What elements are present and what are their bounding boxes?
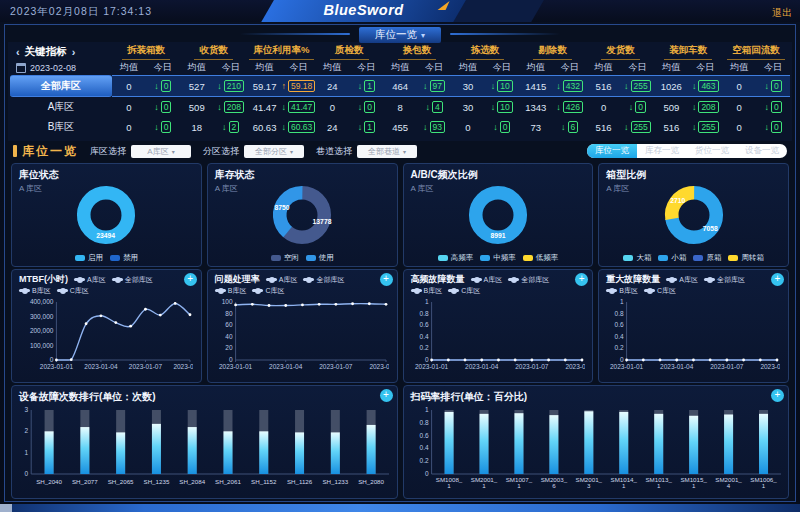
- legend-item[interactable]: 禁用: [110, 253, 138, 263]
- svg-text:0.6: 0.6: [615, 321, 624, 328]
- legend-item[interactable]: C库区: [644, 285, 676, 296]
- legend-swatch: [728, 255, 738, 261]
- legend-marker-icon: [411, 289, 422, 292]
- legend-item[interactable]: C库区: [448, 285, 480, 296]
- legend-item[interactable]: A库区: [471, 274, 503, 285]
- kpi-subheader: 今日: [417, 60, 451, 75]
- svg-text:SH_1152: SH_1152: [251, 478, 277, 485]
- logo-text: BlueSword: [234, 2, 494, 18]
- legend-item[interactable]: 小箱: [658, 253, 686, 263]
- segment-3[interactable]: 设备一览: [737, 144, 787, 158]
- svg-text:0.2: 0.2: [615, 344, 624, 351]
- legend-item[interactable]: B库区: [411, 285, 443, 296]
- segment-0[interactable]: 库位一览: [587, 144, 637, 158]
- kpi-today-value: ↓0: [146, 97, 180, 117]
- arrow-down-icon: ↓: [692, 122, 697, 132]
- chart-legend: 空闲使用: [208, 253, 397, 263]
- line-chart: 00.20.40.60.812023-01-012023-01-042023-0…: [411, 296, 585, 372]
- kpi-today-value: ↓432: [553, 75, 587, 97]
- legend-item[interactable]: 全部库区: [303, 274, 344, 285]
- calendar-icon: [16, 63, 26, 73]
- legend-item[interactable]: 高频率: [438, 253, 474, 263]
- svg-text:60: 60: [225, 321, 233, 328]
- aisle-select[interactable]: 全部巷道▾: [357, 145, 417, 158]
- legend-item[interactable]: 全部库区: [112, 274, 153, 285]
- legend-swatch: [110, 255, 120, 261]
- legend-item[interactable]: C库区: [57, 285, 89, 296]
- legend-swatch: [75, 255, 85, 261]
- legend-item[interactable]: 启用: [75, 253, 103, 263]
- legend-item[interactable]: 全部库区: [704, 274, 745, 285]
- chart-header: 高频故障数量A库区全部库区B库区C库区: [411, 274, 586, 296]
- svg-text:6: 6: [552, 482, 556, 489]
- svg-text:SH_2040: SH_2040: [36, 478, 62, 485]
- prev-arrow-icon[interactable]: ‹: [16, 46, 20, 58]
- next-arrow-icon[interactable]: ›: [72, 46, 76, 58]
- expand-icon[interactable]: +: [184, 273, 197, 286]
- legend-item[interactable]: A库区: [266, 274, 298, 285]
- segment-2[interactable]: 货位一览: [687, 144, 737, 158]
- aisle-select-value: 全部巷道: [368, 146, 400, 157]
- legend-item[interactable]: 周转箱: [728, 253, 764, 263]
- kpi-today-value: ↓1: [349, 75, 383, 97]
- legend-item[interactable]: 低频率: [523, 253, 559, 263]
- warehouse-select-label: 库区选择: [90, 145, 126, 158]
- kpi-today-value: ↓0: [485, 117, 519, 137]
- logout-link[interactable]: 退出: [772, 6, 792, 20]
- legend-marker-icon: [74, 278, 85, 281]
- svg-text:23494: 23494: [97, 232, 116, 239]
- svg-text:SH_2080: SH_2080: [358, 478, 384, 485]
- segment-1[interactable]: 库存一览: [637, 144, 687, 158]
- kpi-row-label[interactable]: A库区: [10, 97, 112, 117]
- kpi-today-value: ↓60.63: [282, 117, 316, 137]
- legend-item[interactable]: 中频率: [480, 253, 516, 263]
- legend-item[interactable]: 使用: [306, 253, 334, 263]
- legend-item[interactable]: B库区: [215, 285, 247, 296]
- kpi-avg-value: 30: [451, 97, 485, 117]
- kpi-date-cell[interactable]: 2023-02-08: [10, 60, 112, 75]
- expand-icon[interactable]: +: [771, 273, 784, 286]
- kpi-title: 关键指标: [25, 45, 67, 59]
- svg-text:2023-01-07: 2023-01-07: [710, 363, 744, 370]
- section-title: 库位一览: [22, 143, 78, 160]
- legend-item[interactable]: 空闲: [271, 253, 299, 263]
- chart-header: MTBF(小时)A库区全部库区B库区C库区: [19, 274, 194, 296]
- legend-item[interactable]: B库区: [606, 285, 638, 296]
- line-chart: 0100,000200,000300,000400,0002023-01-012…: [19, 296, 193, 372]
- bottom-scrollbar[interactable]: [0, 504, 800, 512]
- svg-text:0: 0: [424, 356, 428, 363]
- line-panel: 高频故障数量A库区全部库区B库区C库区+00.20.40.60.812023-0…: [403, 269, 594, 383]
- svg-text:2023-01-01: 2023-01-01: [414, 363, 448, 370]
- chart-title: A/B/C频次比例: [411, 168, 586, 182]
- kpi-row-label[interactable]: B库区: [10, 117, 112, 137]
- legend-item[interactable]: A库区: [666, 274, 698, 285]
- kpi-row-label[interactable]: 全部库区: [10, 75, 112, 97]
- chart-title: 扫码率排行(单位：百分比): [411, 390, 782, 404]
- kpi-subheader: 今日: [349, 60, 383, 75]
- svg-text:SH_2061: SH_2061: [215, 478, 241, 485]
- legend-item[interactable]: 全部库区: [508, 274, 549, 285]
- arrow-down-icon: ↓: [217, 81, 222, 91]
- donut-chart: 137788750: [271, 184, 333, 246]
- legend-item[interactable]: 原箱: [693, 253, 721, 263]
- legend-item[interactable]: 大箱: [623, 253, 651, 263]
- zone-select[interactable]: 全部分区▾: [244, 145, 304, 158]
- legend-item[interactable]: A库区: [74, 274, 106, 285]
- kpi-subheader: 均值: [180, 60, 214, 75]
- expand-icon[interactable]: +: [771, 389, 784, 402]
- svg-text:2023-01-07: 2023-01-07: [129, 363, 163, 370]
- expand-icon[interactable]: +: [380, 389, 393, 402]
- line-chart: 0204060801002023-01-012023-01-042023-01-…: [215, 296, 389, 372]
- expand-icon[interactable]: +: [380, 273, 393, 286]
- kpi-subheader: 均值: [519, 60, 553, 75]
- legend-item[interactable]: C库区: [252, 285, 284, 296]
- kpi-today-value: ↓255: [621, 75, 655, 97]
- svg-text:2023-01-01: 2023-01-01: [40, 363, 74, 370]
- donut-charts-row: 库位状态A 库区9423494启用禁用库存状态A 库区137788750空闲使用…: [5, 163, 795, 267]
- expand-icon[interactable]: +: [575, 273, 588, 286]
- legend-item[interactable]: B库区: [19, 285, 51, 296]
- tab-location-overview[interactable]: 库位一览▾: [359, 27, 441, 43]
- warehouse-select[interactable]: A库区▾: [131, 145, 191, 158]
- kpi-today-value: ↓0: [756, 97, 790, 117]
- kpi-avg-value: 0: [587, 97, 621, 117]
